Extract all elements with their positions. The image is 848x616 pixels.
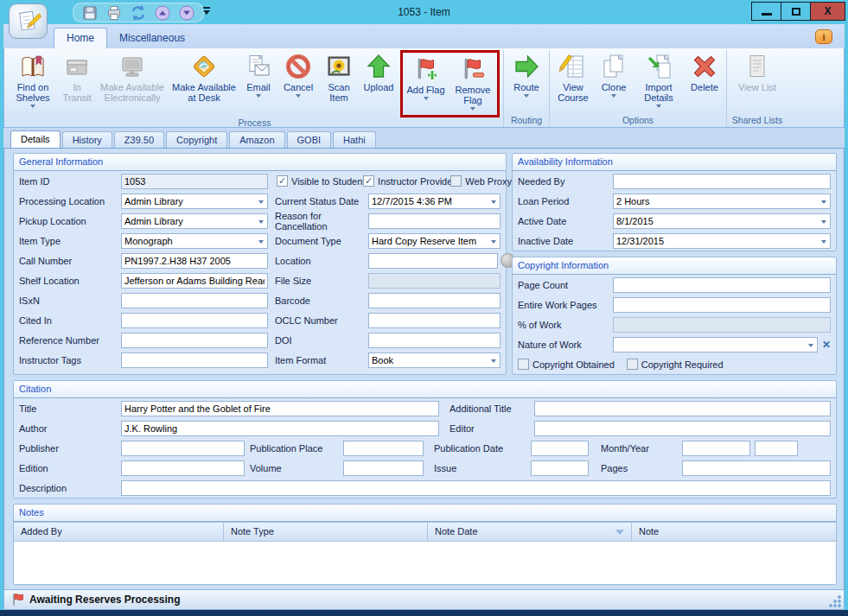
column-header-added-by[interactable]: Added By bbox=[14, 523, 224, 541]
combo-value: Admin Library bbox=[124, 216, 183, 226]
doi-field[interactable] bbox=[368, 333, 501, 348]
description-field[interactable] bbox=[121, 480, 831, 496]
print-icon[interactable] bbox=[105, 4, 124, 21]
web-proxy-checkbox[interactable] bbox=[450, 175, 462, 187]
visible-to-students-checkbox[interactable]: ✓ bbox=[277, 175, 288, 187]
tab-gobi[interactable]: GOBI bbox=[287, 131, 332, 148]
current-status-date-dropdown[interactable]: 12/7/2015 4:36 PM bbox=[368, 194, 501, 209]
month-field[interactable] bbox=[682, 441, 750, 456]
column-header-note[interactable]: Note bbox=[632, 523, 836, 541]
instructor-tags-field[interactable] bbox=[121, 352, 268, 368]
make-available-at-desk-button[interactable]: Make Available at Desk bbox=[169, 50, 239, 112]
clone-button[interactable]: Clone bbox=[595, 50, 633, 112]
copyright-required-checkbox[interactable] bbox=[627, 359, 638, 370]
page-count-field[interactable] bbox=[613, 277, 831, 293]
author-field[interactable] bbox=[121, 421, 439, 436]
in-transit-button[interactable]: In Transit bbox=[58, 50, 96, 112]
tab-copyright[interactable]: Copyright bbox=[166, 131, 227, 148]
column-header-note-date[interactable]: Note Date bbox=[428, 523, 632, 541]
instructor-provided-checkbox[interactable]: ✓ bbox=[363, 175, 374, 187]
entire-work-pages-field[interactable] bbox=[613, 297, 831, 313]
view-list-button[interactable]: View List bbox=[729, 50, 786, 112]
pickup-location-dropdown[interactable]: Admin Library bbox=[121, 213, 268, 229]
view-course-button[interactable]: View Course bbox=[552, 50, 595, 112]
minimize-button[interactable] bbox=[751, 2, 781, 21]
refresh-icon[interactable] bbox=[129, 4, 148, 21]
reference-number-field[interactable] bbox=[121, 333, 268, 348]
column-header-label: Note Date bbox=[435, 526, 478, 537]
active-date-dropdown[interactable]: 8/1/2015 bbox=[613, 213, 831, 229]
combo-value: 12/7/2015 4:36 PM bbox=[372, 196, 452, 206]
add-flag-button[interactable]: Add Flag bbox=[403, 53, 449, 115]
publication-place-field[interactable] bbox=[343, 441, 424, 456]
delete-button[interactable]: Delete bbox=[685, 50, 724, 112]
editor-field[interactable] bbox=[534, 421, 831, 436]
scroll-up-icon[interactable] bbox=[153, 4, 172, 21]
call-number-field[interactable] bbox=[121, 253, 268, 269]
find-on-shelves-button[interactable]: Find on Shelves bbox=[8, 50, 58, 112]
issue-field[interactable] bbox=[531, 460, 589, 476]
upload-button[interactable]: Upload bbox=[359, 50, 398, 112]
save-icon[interactable] bbox=[80, 4, 99, 21]
reason-for-cancellation-field[interactable] bbox=[368, 213, 501, 229]
column-header-note-type[interactable]: Note Type bbox=[224, 523, 428, 541]
ribbon-tab-miscellaneous[interactable]: Miscellaneous bbox=[107, 29, 197, 48]
nature-of-work-dropdown[interactable] bbox=[613, 337, 818, 352]
help-icon[interactable]: i bbox=[815, 29, 832, 44]
barcode-field[interactable] bbox=[368, 293, 501, 308]
scroll-down-icon[interactable] bbox=[177, 4, 196, 21]
tab-history[interactable]: History bbox=[62, 131, 112, 148]
notes-section: Notes Added By Note Type Note Date Note bbox=[13, 504, 837, 585]
document-type-dropdown[interactable]: Hard Copy Reserve Item bbox=[368, 233, 501, 249]
tab-amazon[interactable]: Amazon bbox=[229, 131, 284, 148]
ribbon-group-process: Find on Shelves In Transit Make Availabl… bbox=[6, 50, 504, 127]
flag-minus-icon bbox=[459, 55, 487, 83]
publisher-field[interactable] bbox=[121, 441, 245, 456]
clear-icon[interactable]: ✕ bbox=[822, 339, 831, 351]
needed-by-field[interactable] bbox=[613, 174, 831, 189]
pages-field[interactable] bbox=[682, 460, 831, 476]
tab-hathi[interactable]: Hathi bbox=[333, 131, 376, 148]
inactive-date-dropdown[interactable]: 12/31/2015 bbox=[613, 233, 831, 249]
cancel-button[interactable]: Cancel bbox=[277, 50, 319, 112]
dropdown-caret-icon bbox=[256, 94, 261, 100]
import-details-button[interactable]: Import Details bbox=[633, 50, 685, 112]
additional-title-field[interactable] bbox=[534, 401, 831, 416]
title-field[interactable] bbox=[121, 401, 439, 416]
close-button[interactable]: X bbox=[810, 2, 845, 21]
year-field[interactable] bbox=[755, 441, 798, 456]
copyright-obtained-checkbox[interactable] bbox=[518, 359, 529, 370]
location-field[interactable] bbox=[368, 253, 498, 269]
cited-in-field[interactable] bbox=[121, 313, 268, 328]
publication-date-field[interactable] bbox=[531, 441, 589, 456]
item-format-dropdown[interactable]: Book bbox=[368, 352, 501, 368]
scan-item-button[interactable]: Scan Item bbox=[319, 50, 359, 112]
route-button[interactable]: Route bbox=[506, 50, 547, 112]
shelf-location-field[interactable] bbox=[121, 273, 268, 289]
volume-field[interactable] bbox=[343, 460, 424, 476]
tab-z3950[interactable]: Z39.50 bbox=[114, 131, 164, 148]
item-type-dropdown[interactable]: Monograph bbox=[121, 233, 268, 249]
ribbon-button-label: Upload bbox=[364, 82, 394, 92]
checkbox-label: Visible to Students bbox=[291, 176, 370, 187]
make-available-electronically-button[interactable]: Make Available Electronically bbox=[96, 50, 169, 112]
copy-pages-icon bbox=[600, 53, 628, 80]
item-id-field[interactable] bbox=[121, 174, 268, 189]
customize-quick-access-icon[interactable] bbox=[201, 7, 212, 17]
status-bar: Awaiting Reserves Processing bbox=[3, 589, 845, 610]
app-icon-button[interactable] bbox=[9, 3, 48, 39]
maximize-button[interactable] bbox=[781, 2, 811, 21]
remove-flag-button[interactable]: Remove Flag bbox=[449, 53, 497, 115]
loan-period-dropdown[interactable]: 2 Hours bbox=[613, 194, 831, 209]
oclc-number-field[interactable] bbox=[368, 313, 501, 328]
processing-location-dropdown[interactable]: Admin Library bbox=[121, 194, 268, 209]
field-label: Loan Period bbox=[518, 196, 613, 206]
isxn-field[interactable] bbox=[121, 293, 268, 308]
email-button[interactable]: Email bbox=[239, 50, 277, 112]
field-label: Entire Work Pages bbox=[518, 300, 613, 310]
notes-table-body[interactable] bbox=[14, 542, 836, 584]
resize-grip[interactable] bbox=[829, 594, 842, 607]
ribbon-tab-home[interactable]: Home bbox=[54, 28, 107, 48]
tab-details[interactable]: Details bbox=[10, 130, 61, 148]
edition-field[interactable] bbox=[121, 460, 245, 476]
